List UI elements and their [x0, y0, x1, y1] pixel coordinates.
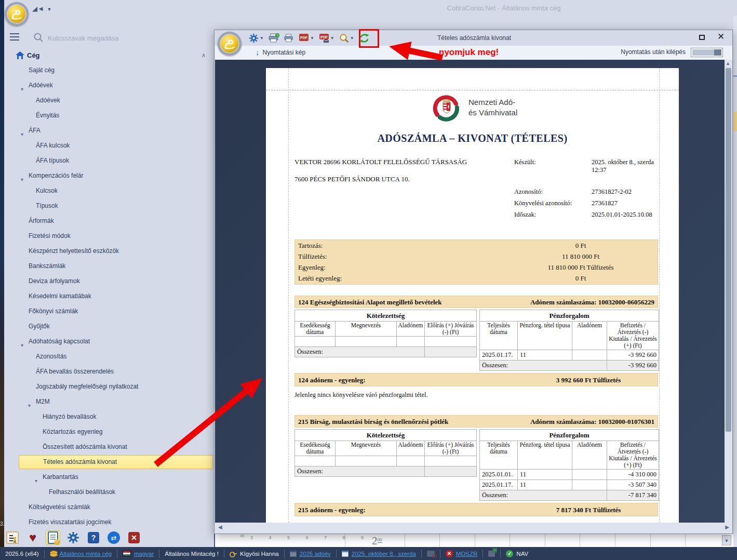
nav-logo-text: Nemzeti Adó- és Vámhivatal: [468, 97, 517, 118]
sidebar-tree-item[interactable]: ÁFA: [4, 123, 213, 138]
sidebar-root-ceg[interactable]: Cég ∧: [4, 48, 213, 63]
sidebar-tree-item[interactable]: Típusok: [4, 198, 213, 214]
sidebar-tree-item-label: ÁFA típusok: [36, 157, 69, 164]
preview-canvas: Nemzeti Adó- és Vámhivatal ADÓSZÁMLA – K…: [215, 60, 725, 523]
sidebar-tree-item[interactable]: Köztartozás egyenleg: [4, 424, 213, 439]
favorites-heart-icon[interactable]: ♥: [25, 530, 40, 545]
background-cell: 200: [372, 535, 382, 547]
remote-support-icon[interactable]: ⇄: [106, 530, 121, 545]
sidebar-tree-item[interactable]: Bankszámlák: [4, 259, 213, 274]
sidebar-tree-item[interactable]: Készpénzt helyettesítő eszközök: [4, 244, 213, 259]
summary-label: Egyenleg:: [298, 263, 326, 271]
sidebar-tree-item[interactable]: Kompenzációs felár: [4, 168, 213, 183]
settings-gear-icon[interactable]: ▼: [249, 33, 264, 43]
exit-icon[interactable]: ✕: [127, 530, 141, 545]
sidebar-tree-item[interactable]: Összesített adószámla kivonat: [4, 439, 213, 455]
sidebar-tree-item[interactable]: Adóévek: [4, 78, 213, 93]
sidebar-tree-item[interactable]: Késedelmi kamatlábak: [4, 289, 213, 304]
company-link[interactable]: Általános minta cég: [60, 551, 112, 557]
cobra-logo-icon[interactable]: [218, 32, 242, 56]
ruler-numbers: 3 4 5 6 7 8 9: [250, 535, 371, 540]
scroll-left-icon[interactable]: ◀: [218, 524, 222, 530]
annotation-highlight-box: [359, 29, 379, 48]
sidebar-tree-item[interactable]: Saját cég: [4, 63, 213, 78]
meta-value: 2025.01.01-2025.10.08: [592, 211, 669, 219]
sidebar-tree-item[interactable]: ÁFA kulcsok: [4, 138, 213, 153]
zoom-icon[interactable]: ▼: [339, 33, 354, 43]
sidebar-tree-item[interactable]: Fizetési módok: [4, 229, 213, 244]
print-icon[interactable]: [284, 33, 294, 43]
sidebar-root-label: Cég: [27, 48, 40, 63]
sidebar-tree-item[interactable]: M2M: [4, 394, 213, 409]
sidebar-tree-item[interactable]: Jogszabály megfelelőségi nyilatkozat: [4, 379, 213, 394]
dropdown-caret-icon[interactable]: ▼: [47, 7, 52, 12]
sidebar-tree-item[interactable]: ÁFA bevallás összerendelés: [4, 364, 213, 379]
settings-gear-icon[interactable]: [66, 530, 81, 545]
sidebar-tree-item[interactable]: Azonosítás: [4, 349, 213, 364]
vertical-scrollbar[interactable]: ▲: [725, 60, 732, 523]
sidebar-tree-item[interactable]: Tételes adószámla kivonat: [19, 455, 213, 469]
maximize-icon[interactable]: [699, 35, 705, 40]
section-account: Adónem számlaszáma: 10032000-01076301: [530, 416, 654, 427]
sidebar-tree-item-label: Hiányzó bevallások: [43, 413, 96, 420]
sidebar-tree-item-label: Kompenzációs felár: [29, 172, 83, 179]
date-link[interactable]: 2025. október 8., szerda: [352, 551, 416, 557]
sidebar-tree-item[interactable]: Gyűjtők: [4, 319, 213, 334]
sidebar-tree-item[interactable]: Karbantartás: [4, 470, 213, 485]
exit-after-print-toggle[interactable]: [691, 48, 723, 57]
svg-text:?: ?: [276, 33, 278, 37]
sidebar-tree-item-label: Típusok: [36, 202, 58, 209]
sidebar-tree-item-label: Évnyitás: [36, 112, 59, 119]
sidebar-tree-item[interactable]: Hiányzó bevallások: [4, 409, 213, 424]
print-image-button[interactable]: ↓ Nyomtatási kép: [256, 48, 305, 57]
scroll-down-icon[interactable]: ▼: [722, 535, 731, 545]
menu-hamburger-icon[interactable]: [10, 33, 19, 41]
help-icon[interactable]: ?: [86, 530, 101, 545]
sidebar-tree-item[interactable]: ÁFA típusok: [4, 153, 213, 168]
sidebar-tree-item[interactable]: Főkönyvi számlák: [4, 304, 213, 319]
scroll-up-icon[interactable]: ▲: [726, 61, 730, 66]
close-icon[interactable]: ✕: [717, 31, 725, 42]
sidebar-tree-item[interactable]: Árformák: [4, 214, 213, 229]
scrollbar-thumb[interactable]: [726, 68, 731, 432]
cashflow-row: 2025.01.17.11 -3 507 340: [480, 480, 659, 490]
section-note: Jelenleg nincs könyvelésre váró pénzforg…: [294, 391, 658, 399]
horizontal-scrollbar[interactable]: ◀ ▶: [215, 523, 732, 533]
sidebar-tree-item-label: Karbantartás: [43, 473, 78, 481]
section-balance-row: 215 adónem - egyenleg: 7 817 340 Ft Túlf…: [294, 503, 658, 516]
pdf-export-icon[interactable]: PDF ▼: [299, 33, 314, 43]
sidebar-tree-item[interactable]: Fizetés visszatartási jogcímek: [4, 515, 213, 530]
sidebar-tree-item[interactable]: Adóhatóság kapcsolat: [4, 334, 213, 349]
sidebar-tree-item-label: Fizetés visszatartási jogcímek: [29, 518, 111, 526]
legend-table-icon[interactable]: [5, 530, 20, 545]
sidebar-tree-item-label: Bankszámlák: [29, 262, 65, 270]
print-setup-icon[interactable]: ?: [269, 33, 279, 43]
margin-guide: [266, 90, 679, 90]
summary-value: 11 810 000 Ft Túlfizetés: [503, 262, 659, 273]
pdf-email-icon[interactable]: PDF ▼: [319, 33, 334, 43]
quick-access-toolbar[interactable]: ◢◄ ▼: [32, 5, 51, 12]
collapse-chevron-icon[interactable]: ∧: [202, 48, 206, 63]
taxyear-link[interactable]: 2025 adóév: [300, 551, 331, 557]
svg-text:PDF: PDF: [300, 36, 308, 39]
moszr-link[interactable]: MOSZR: [456, 551, 478, 557]
search-input[interactable]: [48, 31, 198, 45]
sidebar-tree-item[interactable]: Adóévek: [4, 93, 213, 108]
sidebar-tree-item[interactable]: Költségvetési számlák: [4, 500, 213, 515]
nav-status: ✓ NAV: [501, 550, 533, 558]
sidebar-tree-item[interactable]: Évnyitás: [4, 108, 213, 123]
obligation-table: Kötelezettség Esedékesség dátuma Megneve…: [294, 310, 477, 357]
scroll-right-icon[interactable]: ▶: [725, 524, 729, 530]
sync-status: [483, 550, 501, 558]
cobra-logo-icon[interactable]: [5, 2, 29, 26]
meta-value: 2025. október 8., szerda 12:37: [592, 158, 669, 174]
language-link[interactable]: magyar: [134, 551, 154, 557]
nav-ok-icon: ✓: [506, 550, 513, 557]
sidebar-tree-item[interactable]: Kulcsok: [4, 183, 213, 198]
document-page: Nemzeti Adó- és Vámhivatal ADÓSZÁMLA – K…: [266, 68, 679, 523]
sidebar-tree-item[interactable]: Deviza árfolyamok: [4, 274, 213, 289]
search-icon: [33, 32, 44, 43]
documents-icon[interactable]: [46, 530, 60, 545]
meta-label: Azonosító:: [514, 188, 543, 196]
mute-icon[interactable]: ◢◄: [32, 5, 44, 12]
